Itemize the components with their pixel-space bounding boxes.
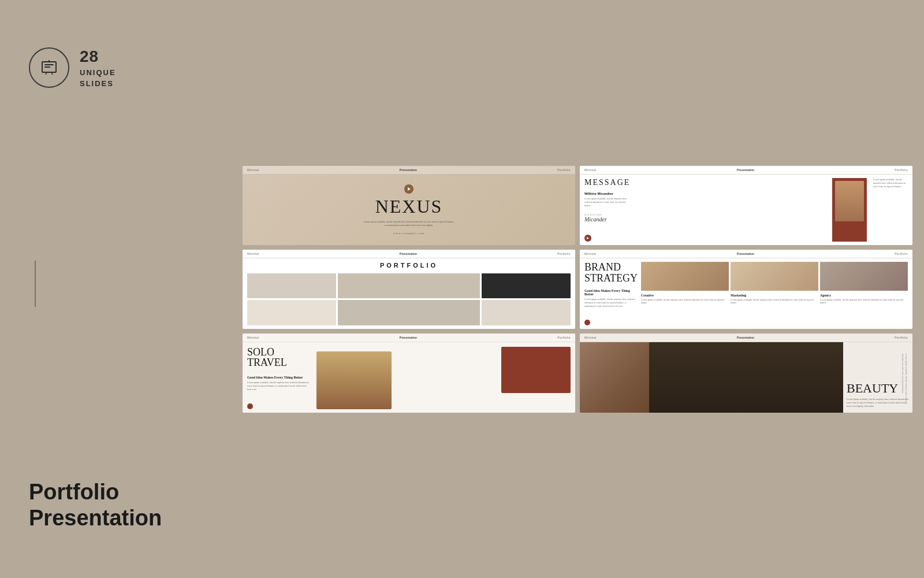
slide-beauty-header: Minimal Presentation Portfolio: [580, 334, 912, 342]
slide-portfolio-header: Minimal Presentation Portfolio: [243, 250, 575, 258]
solo-sub: Good Idea Makes Every Thing Better: [247, 376, 311, 379]
divider: [35, 261, 36, 307]
svg-marker-3: [408, 187, 411, 191]
svg-rect-1: [44, 64, 54, 65]
svg-marker-5: [248, 409, 250, 411]
slide-portfolio: Minimal Presentation Portfolio PORTFOLIO: [243, 250, 575, 329]
brand-right: Creative Lorem ipsum available, but the …: [641, 262, 908, 325]
solo-body: Lorem ipsum available, but the majority …: [247, 381, 311, 391]
beauty-center: [649, 342, 843, 413]
message-signature: SIGNATURE Micander: [584, 213, 829, 223]
message-heading: MESSAGE: [584, 178, 829, 187]
brand-photo-1: [641, 262, 729, 291]
portfolio-title: PORTFOLIO: [247, 262, 571, 269]
solo-photo: [316, 351, 392, 409]
beauty-heading: BEAUTY: [847, 382, 909, 395]
brand-sub: Good Idea Makes Every Thing Better: [584, 289, 636, 296]
slide-solo-content: SOLOTRAVEL Good Idea Makes Every Thing B…: [243, 342, 575, 413]
portfolio-cell-5: [338, 300, 480, 325]
brand-cols: Creative Lorem ipsum available, but the …: [641, 294, 908, 305]
slide-portfolio-content: PORTFOLIO: [243, 258, 575, 329]
badge-area: 28 UNIQUE SLIDES: [29, 46, 214, 89]
message-right-col: Lorem ipsum available, but the majority …: [870, 178, 908, 242]
solo-left: SOLOTRAVEL Good Idea Makes Every Thing B…: [247, 347, 311, 408]
slide-nexus-header: Minimal Presentation Portfolio: [243, 166, 575, 175]
solo-heading: SOLOTRAVEL: [247, 347, 311, 368]
slide-beauty: Minimal Presentation Portfolio BEAUTY Lo…: [580, 334, 912, 413]
slide-solo-header: Minimal Presentation Portfolio: [243, 334, 575, 342]
slide-beauty-content: BEAUTY Lorem ipsum available, but the ma…: [580, 342, 912, 413]
left-panel: 28 UNIQUE SLIDES Portfolio Presentation: [0, 0, 243, 578]
brand-col-2: Marketing Lorem ipsum available, but the…: [731, 294, 818, 305]
slide-brand-header: Minimal Presentation Portfolio: [580, 250, 912, 258]
slide-brand-content: BRANDSTRATEGY Good Idea Makes Every Thin…: [580, 258, 912, 329]
brand-col-3: Agency Lorem ipsum available, but the ma…: [820, 294, 908, 305]
brand-heading: BRANDSTRATEGY: [584, 262, 636, 285]
portfolio-cell-6: [482, 300, 571, 325]
brand-left: BRANDSTRATEGY Good Idea Makes Every Thin…: [584, 262, 636, 325]
brand-photo-3: [820, 262, 908, 291]
svg-rect-2: [44, 66, 50, 68]
slides-grid: Minimal Presentation Portfolio NEXUS Lor…: [243, 154, 924, 424]
slide-message-header: Minimal Presentation Portfolio: [580, 166, 912, 175]
slide-solo: Minimal Presentation Portfolio SOLOTRAVE…: [243, 334, 575, 413]
portfolio-cell-4: [247, 300, 336, 325]
nexus-play-icon: [404, 184, 413, 194]
portfolio-cell-2: [338, 273, 480, 299]
portfolio-grid: [247, 273, 571, 325]
message-photo: [832, 178, 867, 242]
message-text-area: MESSAGE Wilkins Micawber Lorem ipsum ava…: [584, 178, 829, 242]
nexus-url: www.example.com: [393, 232, 424, 235]
brand-col-1: Creative Lorem ipsum available, but the …: [641, 294, 729, 305]
portfolio-cell-3: [482, 273, 571, 299]
message-right-text: Lorem ipsum available, but the majority …: [873, 178, 908, 188]
nexus-title: NEXUS: [375, 197, 443, 216]
beauty-side-text: Lorem ipsum available, but the majority …: [901, 354, 908, 413]
beauty-body: Lorem ipsum available, but the majority …: [847, 398, 909, 408]
beauty-photo-left: [580, 342, 649, 413]
brand-logo: [584, 320, 590, 325]
message-author: Wilkins Micawber: [584, 192, 829, 195]
brand-photos: [641, 262, 908, 291]
brand-body: Lorem ipsum available, but the majority …: [584, 298, 636, 308]
solo-photo-figure: [316, 351, 392, 409]
svg-marker-4: [587, 237, 589, 239]
message-body: Lorem ipsum available, but the majority …: [584, 197, 631, 208]
badge-text: 28 UNIQUE SLIDES: [80, 46, 116, 89]
solo-logo: [247, 403, 253, 409]
main-title: Portfolio Presentation: [29, 479, 214, 532]
slide-brand: Minimal Presentation Portfolio BRANDSTRA…: [580, 250, 912, 329]
solo-right: [316, 347, 571, 408]
slide-message-content: MESSAGE Wilkins Micawber Lorem ipsum ava…: [580, 175, 912, 245]
presentation-icon: [29, 47, 69, 88]
solo-bg-rect: [501, 347, 571, 393]
slide-message: Minimal Presentation Portfolio MESSAGE W…: [580, 166, 912, 245]
brand-photo-2: [731, 262, 818, 291]
message-logo: [584, 235, 591, 242]
nexus-subtitle: Lorem ipsum available, but the majority …: [363, 220, 455, 227]
slide-nexus: Minimal Presentation Portfolio NEXUS Lor…: [243, 166, 575, 245]
message-figure: [835, 181, 864, 221]
beauty-center-bg: [649, 342, 843, 413]
slide-nexus-content: NEXUS Lorem ipsum available, but the maj…: [243, 175, 575, 245]
message-photo-inner: [835, 181, 864, 221]
portfolio-cell-1: [247, 273, 336, 299]
beauty-figure: [580, 342, 649, 413]
